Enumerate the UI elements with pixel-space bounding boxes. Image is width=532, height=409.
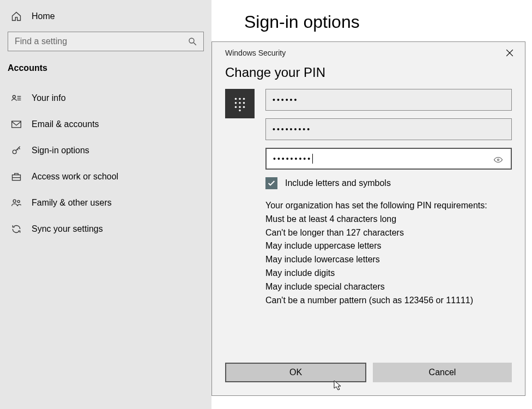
svg-point-7 bbox=[13, 150, 16, 154]
page-title: Sign-in options bbox=[211, 0, 532, 32]
search-wrap bbox=[8, 32, 204, 51]
svg-point-20 bbox=[239, 106, 241, 109]
svg-point-16 bbox=[235, 102, 237, 104]
checkbox-icon bbox=[265, 177, 277, 189]
sidebar-item-email[interactable]: Email & accounts bbox=[0, 111, 211, 137]
svg-line-1 bbox=[194, 43, 196, 45]
home-label: Home bbox=[32, 11, 55, 21]
svg-point-2 bbox=[13, 95, 15, 98]
sidebar-item-label: Sign-in options bbox=[32, 146, 89, 155]
sidebar-item-label: Access work or school bbox=[32, 172, 118, 182]
svg-point-19 bbox=[235, 106, 237, 109]
sidebar-item-your-info[interactable]: Your info bbox=[0, 85, 211, 111]
svg-point-23 bbox=[498, 159, 499, 161]
home-button[interactable]: Home bbox=[0, 11, 211, 32]
sidebar-item-work-school[interactable]: Access work or school bbox=[0, 164, 211, 190]
close-button[interactable] bbox=[504, 47, 515, 58]
checkbox-label: Include letters and symbols bbox=[285, 178, 391, 188]
mail-icon bbox=[11, 119, 22, 130]
sidebar-item-label: Your info bbox=[32, 93, 66, 103]
person-card-icon bbox=[11, 93, 22, 104]
sidebar-item-family[interactable]: Family & other users bbox=[0, 190, 211, 216]
search-input[interactable] bbox=[8, 32, 204, 51]
cancel-button[interactable]: Cancel bbox=[373, 363, 512, 382]
svg-point-18 bbox=[243, 102, 245, 104]
people-icon bbox=[11, 197, 22, 208]
sidebar-item-signin[interactable]: Sign-in options bbox=[0, 137, 211, 164]
svg-point-13 bbox=[235, 98, 237, 100]
reveal-password-icon[interactable] bbox=[493, 155, 503, 165]
sidebar: Home Accounts Your info Email & accounts bbox=[0, 0, 211, 409]
pin-requirements: Your organization has set the following … bbox=[265, 199, 512, 307]
sync-icon bbox=[11, 224, 22, 234]
search-icon bbox=[188, 37, 197, 46]
key-icon bbox=[11, 145, 22, 156]
dialog-title: Change your PIN bbox=[212, 62, 525, 89]
svg-point-14 bbox=[239, 98, 241, 100]
confirm-pin-input[interactable]: ••••••••• bbox=[265, 148, 512, 170]
include-symbols-checkbox-row[interactable]: Include letters and symbols bbox=[265, 177, 512, 189]
keypad-icon bbox=[225, 89, 255, 118]
change-pin-dialog: Windows Security Change your PIN •••••• … bbox=[211, 41, 525, 396]
sidebar-item-label: Email & accounts bbox=[32, 119, 99, 129]
sidebar-item-label: Sync your settings bbox=[32, 224, 103, 234]
sidebar-item-sync[interactable]: Sync your settings bbox=[0, 216, 211, 242]
svg-point-9 bbox=[13, 200, 16, 202]
svg-point-21 bbox=[243, 106, 245, 109]
briefcase-icon bbox=[11, 171, 22, 182]
section-title: Accounts bbox=[0, 63, 211, 85]
svg-point-0 bbox=[189, 38, 194, 43]
dialog-header-title: Windows Security bbox=[225, 49, 286, 57]
ok-button[interactable]: OK bbox=[225, 363, 366, 382]
current-pin-input[interactable]: •••••• bbox=[265, 89, 512, 111]
svg-rect-6 bbox=[12, 121, 21, 128]
svg-point-22 bbox=[239, 110, 241, 112]
svg-point-10 bbox=[17, 200, 20, 202]
new-pin-input[interactable]: ••••••••• bbox=[265, 118, 512, 140]
svg-point-15 bbox=[243, 98, 245, 100]
sidebar-item-label: Family & other users bbox=[32, 198, 112, 208]
home-icon bbox=[11, 11, 22, 22]
svg-point-17 bbox=[239, 102, 241, 104]
